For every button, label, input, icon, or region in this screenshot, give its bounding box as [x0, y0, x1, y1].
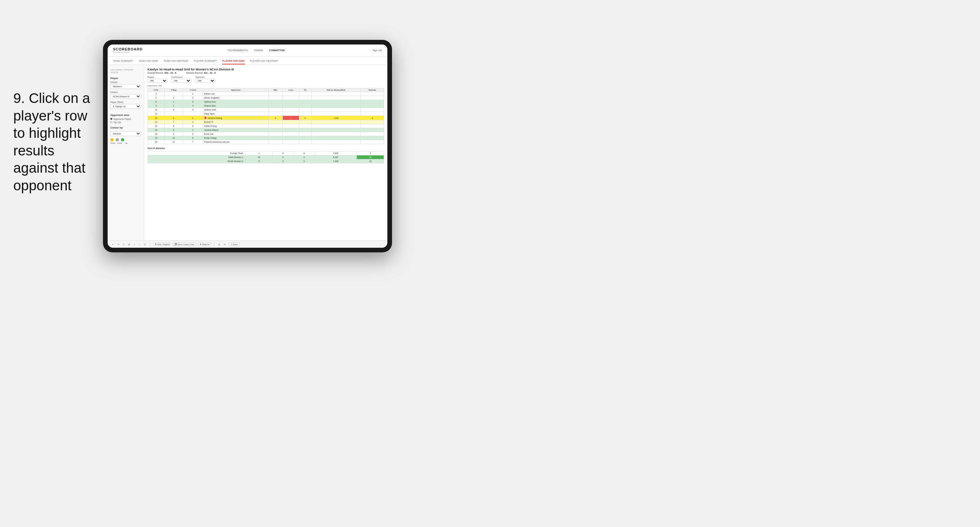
sub-nav-team-h2h-heatmap[interactable]: TEAM H2H HEATMAP: [164, 59, 189, 64]
th-reg: # Reg: [164, 88, 183, 92]
sidebar-timestamp: Last Updated: 27/03/2024 16:55:28: [110, 68, 141, 74]
main-content: Last Updated: 27/03/2024 16:55:28 Player…: [108, 65, 387, 240]
radio-played-dot: [110, 118, 112, 120]
sidebar-division-label: Division: [110, 91, 141, 93]
annotation-text: 9. Click on a player's row to highlight …: [13, 90, 100, 194]
overall-record: Overall Record: 353 - 34 - 6: [148, 72, 176, 74]
division-record: Division Record: 331 - 34 - 6: [186, 72, 216, 74]
table-row[interactable]: 613 Sydney Kuo: [148, 100, 384, 104]
toolbar-share[interactable]: ↗ Share: [229, 243, 240, 246]
colour-down-dot: [110, 138, 114, 141]
opponent-select[interactable]: (All): [195, 79, 215, 83]
grid-content: Katelyn Vo Head-to-Head Grid for Women's…: [144, 65, 387, 240]
toolbar-undo[interactable]: ↩: [111, 243, 115, 246]
colour-level-dot: [116, 138, 119, 141]
colour-indicators: [110, 138, 141, 141]
table-row[interactable]: 31 Esther Lee: [148, 92, 384, 96]
th-div: # Div: [148, 88, 165, 92]
toolbar-refresh[interactable]: ⟳: [143, 243, 147, 246]
nav-teams[interactable]: TEAMS: [254, 49, 263, 52]
filter-region: Region (All): [148, 76, 167, 83]
opponent-label: Opponent: [195, 76, 215, 78]
sub-nav-player-h2h-heatmap[interactable]: PLAYER H2H HEATMAP: [250, 59, 278, 64]
toolbar-save-custom[interactable]: 💾 Save Custom View: [173, 243, 196, 246]
table-row[interactable]: 914 Sharon Mun: [148, 104, 384, 108]
ood-row[interactable]: NCAA Division 2 5 0 0 7.400 10: [148, 159, 384, 163]
table-row[interactable]: 1063 Andrea York: [148, 108, 384, 112]
th-diff: Diff Av Strokes/Rnd: [311, 88, 361, 92]
th-tie: Tie: [299, 88, 311, 92]
th-opponent: Opponent: [203, 88, 269, 92]
logo-subtitle: Powered by clippd: [113, 51, 143, 54]
tablet-screen: SCOREBOARD Powered by clippd TOURNAMENTS…: [108, 44, 387, 248]
h2h-table: # Div # Reg # Conf Opponent Win Loss Tie…: [148, 88, 384, 144]
grid-title: Katelyn Vo Head-to-Head Grid for Women's…: [148, 68, 384, 71]
table-row[interactable]: 1585 Stella Cheng: [148, 124, 384, 128]
colour-up-dot: [121, 138, 124, 141]
table-row[interactable]: 1822 Euna Lee: [148, 132, 384, 136]
toolbar-redo[interactable]: ↪: [117, 243, 120, 246]
toolbar-grid[interactable]: ⊞: [127, 243, 131, 246]
sub-nav-team-summary[interactable]: TEAM SUMMARY: [113, 59, 133, 64]
sidebar-gender-label: Gender: [110, 81, 141, 83]
sidebar-division-select[interactable]: NCAA Division III: [110, 94, 141, 99]
toolbar-zoom-in[interactable]: ⊕: [217, 243, 221, 246]
table-header-row: # Div # Reg # Conf Opponent Win Loss Tie…: [148, 88, 384, 92]
logo: SCOREBOARD Powered by clippd: [113, 47, 143, 54]
opponents-label: Opponents: (All): [148, 85, 384, 87]
filters-row: Region (All) Conference (All) Opponent: [148, 76, 384, 83]
arrow-indicator: [205, 117, 207, 119]
region-select[interactable]: (All): [148, 79, 167, 83]
nav-tournaments[interactable]: TOURNAMENTS: [227, 49, 248, 52]
toolbar-plus[interactable]: +: [138, 243, 141, 246]
sidebar-player-rank-select[interactable]: 8. Katelyn Vo: [110, 104, 141, 109]
toolbar-sep-1: [150, 243, 150, 246]
sidebar-colour-select[interactable]: Win/loss: [110, 131, 141, 136]
logo-title: SCOREBOARD: [113, 47, 143, 51]
radio-top-dot: [110, 121, 112, 123]
nav-committee[interactable]: COMMITTEE: [269, 49, 285, 52]
toolbar-action[interactable]: ⤴: [122, 243, 125, 246]
toolbar-arrows[interactable]: ↕: [133, 243, 136, 246]
filter-opponent: Opponent (All): [195, 76, 215, 83]
table-row-highlighted[interactable]: 1311 Jessica Huang 0 1 0 -3.00 2: [148, 116, 384, 120]
th-rounds: Rounds: [361, 88, 384, 92]
table-row[interactable]: 522 Alexis Sudjianto: [148, 96, 384, 100]
sidebar-radio-top[interactable]: Top 100: [110, 121, 141, 124]
sidebar-radio-played[interactable]: Opponents Played: [110, 118, 141, 120]
sidebar-opponent-view-title: Opponent view: [110, 114, 141, 117]
table-row[interactable]: 20117 Federica Domecq Lacroze: [148, 140, 384, 144]
out-of-division-title: Out of division: [148, 147, 384, 150]
records-row: Overall Record: 353 - 34 - 6 Division Re…: [148, 72, 384, 74]
sign-out-link[interactable]: Sign out: [372, 49, 382, 52]
sidebar-gender-select[interactable]: Women's: [110, 84, 141, 89]
toolbar-view-original[interactable]: 👁 View: Original: [153, 243, 172, 246]
table-row[interactable]: 1474 Eunice Yi: [148, 120, 384, 124]
nav-links: TOURNAMENTS TEAMS COMMITTEE: [227, 49, 285, 52]
ood-row[interactable]: NAIA Division 1 15 0 0 9.267 30: [148, 156, 384, 159]
sidebar-colour-title: Colour by: [110, 126, 141, 129]
conference-label: Conference: [172, 76, 191, 78]
sidebar-player-rank-label: Player (Rank): [110, 101, 141, 103]
table-row[interactable]: 12 Haeji Hyun: [148, 112, 384, 116]
top-nav: SCOREBOARD Powered by clippd TOURNAMENTS…: [108, 44, 387, 56]
ood-row[interactable]: Foreign Team 1 0 0 4.500 2: [148, 151, 384, 156]
toolbar-zoom-reset[interactable]: ⊡: [223, 243, 227, 246]
table-row[interactable]: 19106 Emily Chang: [148, 136, 384, 140]
region-label: Region: [148, 76, 167, 78]
sub-nav-player-h2h-grid[interactable]: PLAYER H2H GRID: [222, 59, 245, 64]
sidebar-player-title: Player: [110, 77, 141, 80]
th-loss: Loss: [283, 88, 299, 92]
bottom-toolbar: ↩ ↪ ⤴ ⊞ ↕ + ⟳ 👁 View: Original 💾 Save Cu…: [108, 240, 387, 248]
table-row[interactable]: 1691 Jessica Mason: [148, 128, 384, 132]
th-win: Win: [269, 88, 282, 92]
tablet-frame: SCOREBOARD Powered by clippd TOURNAMENTS…: [103, 40, 392, 252]
sub-nav-player-summary[interactable]: PLAYER SUMMARY: [194, 59, 217, 64]
sub-nav: TEAM SUMMARY TEAM H2H GRID TEAM H2H HEAT…: [108, 56, 387, 65]
toolbar-watch[interactable]: 👁 Watch ▾: [198, 243, 211, 246]
sub-nav-team-h2h-grid[interactable]: TEAM H2H GRID: [138, 59, 158, 64]
toolbar-sep-2: [214, 243, 214, 246]
filter-conference: Conference (All): [172, 76, 191, 83]
conference-select[interactable]: (All): [172, 79, 191, 83]
th-conf: # Conf: [183, 88, 203, 92]
